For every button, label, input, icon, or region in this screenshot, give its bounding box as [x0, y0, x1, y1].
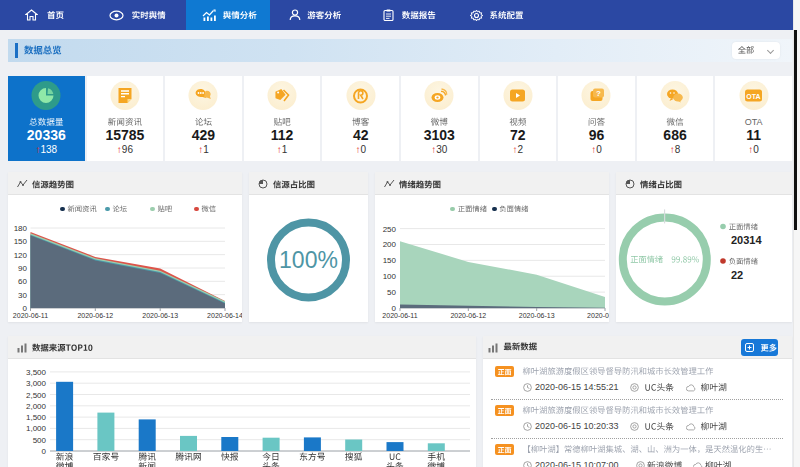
svg-text:3,500: 3,500 — [26, 368, 47, 377]
svg-text:2020-06-12: 2020-06-12 — [77, 312, 113, 319]
svg-text:0: 0 — [42, 447, 47, 456]
svg-text:2,000: 2,000 — [26, 402, 47, 411]
svg-text:2,500: 2,500 — [26, 391, 47, 400]
svg-text:1,500: 1,500 — [26, 413, 47, 422]
svg-text:2020-06-12: 2020-06-12 — [450, 312, 486, 319]
svg-text:20314: 20314 — [731, 234, 762, 246]
svg-text:500: 500 — [33, 436, 47, 445]
svg-text:1,000: 1,000 — [26, 424, 47, 433]
svg-text:180: 180 — [14, 224, 28, 233]
svg-text:250: 250 — [383, 225, 397, 234]
svg-text:2020-06-13: 2020-06-13 — [142, 312, 178, 319]
svg-text:150: 150 — [383, 256, 397, 265]
svg-text:150: 150 — [14, 237, 28, 246]
svg-text:2020-06-11: 2020-06-11 — [13, 312, 48, 319]
svg-text:?: ? — [596, 89, 601, 98]
svg-text:2020-06-14: 2020-06-14 — [587, 312, 609, 319]
svg-text:OTA: OTA — [747, 93, 761, 100]
svg-text:200: 200 — [383, 240, 397, 249]
svg-text:120: 120 — [14, 251, 28, 260]
svg-text:50: 50 — [387, 288, 396, 297]
svg-text:60: 60 — [18, 277, 27, 286]
svg-text:3,000: 3,000 — [26, 379, 47, 388]
svg-text:2020-06-13: 2020-06-13 — [519, 312, 555, 319]
svg-text:30: 30 — [18, 291, 27, 300]
svg-text:2020-06-14: 2020-06-14 — [207, 312, 242, 319]
svg-text:90: 90 — [18, 264, 27, 273]
svg-text:100%: 100% — [279, 247, 338, 273]
svg-text:100: 100 — [383, 272, 397, 281]
svg-text:2020-06-11: 2020-06-11 — [382, 312, 417, 319]
svg-text:22: 22 — [731, 269, 743, 281]
